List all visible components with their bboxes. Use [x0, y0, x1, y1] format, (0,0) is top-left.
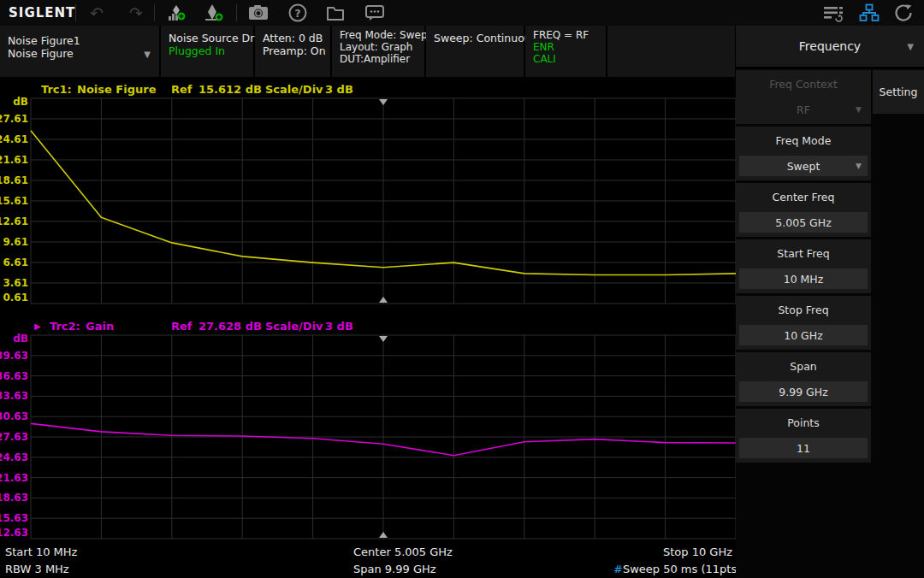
trace1-id: Trc1:	[41, 83, 72, 96]
sidebar-item-label: Points	[736, 416, 871, 429]
active-trace-icon: ▶	[34, 321, 41, 331]
atten-preamp-cell: Atten: 0 dB Preamp: On	[255, 26, 330, 77]
add-marker-trace-icon[interactable]	[165, 3, 189, 23]
sidebar-item-freq-mode[interactable]: Freq ModeSwept▼	[736, 127, 871, 180]
svg-text:9.61: 9.61	[3, 236, 28, 248]
enr-status: ENR	[533, 41, 606, 53]
trace2-scale-label: Scale/Div	[265, 320, 323, 333]
svg-text:27.63: 27.63	[0, 431, 28, 443]
noise-source-status: Plugged In	[169, 44, 253, 57]
tab-setting[interactable]: Setting	[873, 70, 924, 114]
sidebar-item-value: RF▼	[739, 99, 868, 120]
sidebar-item-freq-context: Freq ContextRF▼	[736, 70, 871, 124]
center-freq-marker-icon	[379, 532, 388, 538]
svg-text:12.63: 12.63	[0, 527, 28, 539]
trace1-scale-label: Scale/Div	[265, 83, 323, 96]
svg-text:6.61: 6.61	[3, 257, 28, 268]
sidebar-item-value[interactable]: 10 GHz	[739, 325, 868, 345]
sidebar-item-points[interactable]: Points11	[736, 409, 871, 463]
status-bar: Noise Figure1 Noise Figure ▼ Noise Sourc…	[0, 26, 736, 77]
sidebar-item-value[interactable]: 5.005 GHz	[739, 212, 868, 233]
trace2-id: Trc2:	[50, 320, 80, 333]
sidebar-item-value[interactable]: 10 MHz	[739, 268, 868, 289]
sidebar-item-span[interactable]: Span9.99 GHz	[736, 352, 871, 406]
siglent-logo: SIGLENT	[9, 5, 75, 21]
plot-region: Trc1: Noise Figure Ref 15.612 dB Scale/D…	[0, 77, 736, 543]
svg-text:39.63: 39.63	[0, 350, 28, 362]
trace2-scale-value: 3 dB	[325, 320, 353, 333]
svg-text:?: ?	[295, 8, 301, 20]
freq-mode-status: Freq Mode: Swept	[340, 29, 424, 41]
trace1-y-axis: dB27.6124.6121.6118.6115.6112.619.616.61…	[0, 96, 28, 304]
trace1-scale-value: 3 dB	[325, 83, 353, 96]
svg-text:30.63: 30.63	[0, 410, 28, 422]
mode-layout-cell: Freq Mode: Swept Layout: Graph DUT:Ampli…	[332, 26, 424, 77]
sweep-coupled-hash: #	[613, 563, 623, 575]
measurement-name: Noise Figure1	[8, 34, 159, 47]
noise-source-label: Noise Source Drive	[169, 32, 253, 44]
analyzer-screen: SIGLENT ↶ ↷	[0, 0, 924, 578]
add-peak-marker-icon[interactable]	[202, 3, 226, 23]
top-toolbar: SIGLENT ↶ ↷	[0, 0, 924, 26]
sweep-time-readout: #Sweep 50 ms (11pts)	[613, 563, 741, 575]
dut-status: DUT:Amplifier	[340, 53, 424, 65]
svg-text:dB: dB	[13, 96, 28, 108]
sidebar-item-label: Start Freq	[736, 247, 871, 260]
trace2-grid	[31, 335, 736, 539]
chevron-down-icon: ▼	[856, 105, 862, 114]
center-freq-marker-icon	[379, 336, 388, 342]
trace2-y-axis: dB39.6336.6333.6330.6327.6324.6321.6318.…	[0, 333, 28, 539]
toolbar-separator	[154, 4, 155, 21]
svg-text:36.63: 36.63	[0, 370, 28, 382]
help-icon[interactable]: ?	[286, 3, 310, 23]
camera-icon[interactable]	[246, 3, 270, 23]
undo-icon[interactable]: ↶	[85, 3, 109, 23]
svg-text:18.61: 18.61	[0, 174, 28, 186]
measurement-type: Noise Figure	[8, 47, 159, 60]
sweep-mode-status: Sweep: Continuous	[434, 32, 524, 44]
task-list-icon[interactable]	[821, 3, 845, 23]
sidebar-menu: Frequency ▼ Freq ContextRF▼Freq ModeSwep…	[736, 26, 924, 578]
chevron-down-icon: ▼	[907, 42, 914, 51]
cali-status: CALI	[533, 53, 606, 65]
measurement-selector[interactable]: Noise Figure1 Noise Figure ▼	[0, 26, 159, 77]
sidebar-header-frequency[interactable]: Frequency ▼	[736, 26, 924, 68]
trace1-ref-value: 15.612 dB	[198, 83, 262, 96]
folder-icon[interactable]	[323, 3, 347, 23]
trace2-ref-value: 27.628 dB	[198, 320, 262, 333]
message-icon[interactable]	[363, 3, 387, 23]
trace1-name: Noise Figure	[77, 83, 156, 96]
sidebar-header-label: Frequency	[799, 39, 861, 53]
svg-text:15.63: 15.63	[0, 512, 28, 524]
span-readout: Span 9.99 GHz	[353, 563, 436, 575]
svg-text:12.61: 12.61	[0, 215, 28, 227]
sidebar-item-label: Center Freq	[736, 191, 871, 203]
sidebar-item-label: Stop Freq	[736, 304, 871, 316]
svg-text:21.61: 21.61	[0, 154, 28, 166]
sidebar-item-value[interactable]: 11	[739, 438, 868, 458]
sidebar-item-label: Freq Context	[736, 78, 871, 91]
sidebar-item-start-freq[interactable]: Start Freq10 MHz	[736, 239, 871, 293]
trace2-header: ▶ Trc2: Gain Ref 27.628 dB Scale/Div 3 d…	[0, 320, 736, 333]
sidebar-item-value[interactable]: Swept▼	[739, 156, 868, 176]
tab-setting-label: Setting	[880, 86, 918, 98]
toolbar-separator	[236, 4, 237, 21]
sidebar-item-stop-freq[interactable]: Stop Freq10 GHz	[736, 296, 871, 350]
sidebar-item-label: Freq Mode	[736, 134, 871, 147]
center-freq-marker-icon	[379, 99, 388, 105]
redo-icon[interactable]: ↷	[124, 3, 148, 23]
svg-text:21.63: 21.63	[0, 472, 28, 484]
sidebar-item-label: Span	[736, 360, 871, 373]
trace1-grid	[31, 98, 736, 304]
freq-cal-cell: FREQ = RF ENR CALI	[525, 26, 606, 77]
sidebar-item-value[interactable]: 9.99 GHz	[739, 381, 868, 402]
sweep-mode-cell: Sweep: Continuous	[426, 26, 524, 77]
history-icon[interactable]	[891, 3, 915, 23]
svg-text:0.61: 0.61	[3, 292, 28, 304]
center-freq-marker-icon	[379, 297, 388, 303]
preamp-value: Preamp: On	[263, 44, 330, 57]
trace1-header: Trc1: Noise Figure Ref 15.612 dB Scale/D…	[0, 83, 736, 97]
svg-text:3.61: 3.61	[3, 277, 28, 289]
sidebar-item-center-freq[interactable]: Center Freq5.005 GHz	[736, 183, 871, 237]
network-icon[interactable]	[857, 3, 881, 23]
